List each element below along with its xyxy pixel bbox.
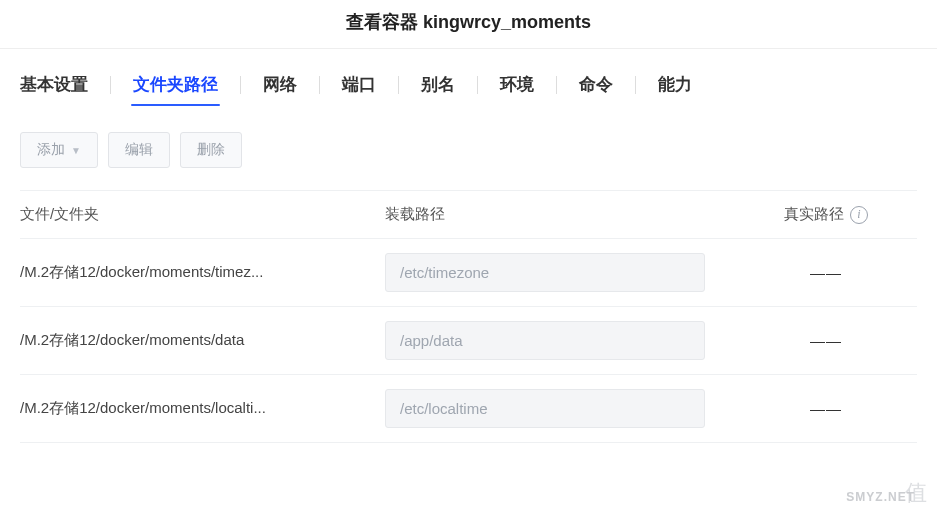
tab-network[interactable]: 网络 [263,69,297,100]
info-icon[interactable]: i [850,206,868,224]
tabs-bar: 基本设置 文件夹路径 网络 端口 别名 环境 命令 能力 [0,49,937,110]
cell-mount [385,253,735,292]
mount-path-input[interactable] [385,321,705,360]
tab-divider [319,76,320,94]
tab-divider [635,76,636,94]
tab-divider [556,76,557,94]
tab-port[interactable]: 端口 [342,69,376,100]
mount-path-input[interactable] [385,253,705,292]
add-button[interactable]: 添加 ▼ [20,132,98,168]
table-row[interactable]: /M.2存储12/docker/moments/timez... —— [20,239,917,307]
cell-mount [385,321,735,360]
tab-basic-settings[interactable]: 基本设置 [20,69,88,100]
tab-divider [398,76,399,94]
cell-mount [385,389,735,428]
caret-down-icon: ▼ [71,145,81,156]
th-file: 文件/文件夹 [20,205,385,224]
tab-folder-path[interactable]: 文件夹路径 [133,69,218,100]
tab-capability[interactable]: 能力 [658,69,692,100]
cell-file: /M.2存储12/docker/moments/timez... [20,263,385,282]
toolbar: 添加 ▼ 编辑 删除 [0,110,937,190]
mount-path-input[interactable] [385,389,705,428]
cell-real: —— [735,264,917,281]
th-mount: 装载路径 [385,205,735,224]
tab-alias[interactable]: 别名 [421,69,455,100]
table-row[interactable]: /M.2存储12/docker/moments/localti... —— [20,375,917,443]
th-real-label: 真实路径 [784,205,844,224]
page-title: 查看容器 kingwrcy_moments [0,0,937,49]
cell-file: /M.2存储12/docker/moments/localti... [20,399,385,418]
cell-real: —— [735,400,917,417]
paths-table: 文件/文件夹 装载路径 真实路径 i /M.2存储12/docker/momen… [0,190,937,443]
delete-button[interactable]: 删除 [180,132,242,168]
table-header: 文件/文件夹 装载路径 真实路径 i [20,190,917,239]
edit-button[interactable]: 编辑 [108,132,170,168]
tab-divider [477,76,478,94]
tab-divider [110,76,111,94]
add-button-label: 添加 [37,141,65,159]
tab-environment[interactable]: 环境 [500,69,534,100]
watermark-text: SMYZ.NET [846,490,915,504]
table-row[interactable]: /M.2存储12/docker/moments/data —— [20,307,917,375]
tab-divider [240,76,241,94]
cell-file: /M.2存储12/docker/moments/data [20,331,385,350]
tab-command[interactable]: 命令 [579,69,613,100]
cell-real: —— [735,332,917,349]
th-real: 真实路径 i [735,205,917,224]
